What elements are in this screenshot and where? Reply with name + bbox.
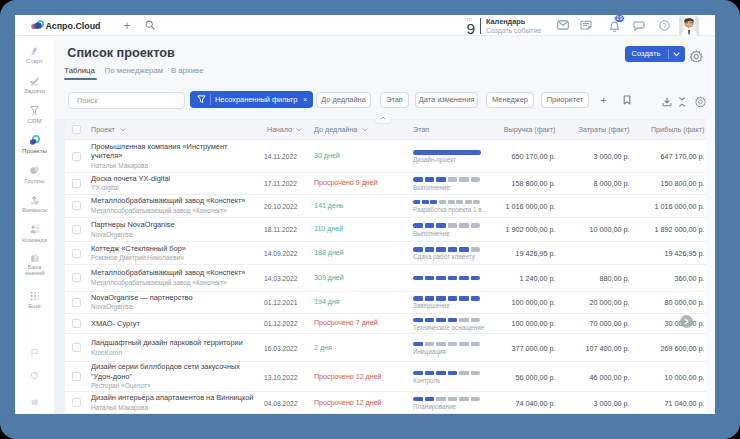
svg-text:?: ? bbox=[662, 21, 666, 28]
